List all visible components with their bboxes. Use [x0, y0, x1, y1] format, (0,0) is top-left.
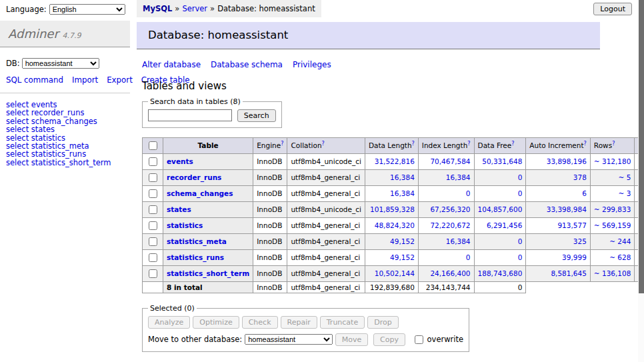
- column-help-link[interactable]: ?: [584, 141, 587, 147]
- data-length-value-link[interactable]: 10,502,144: [375, 269, 415, 277]
- row-checkbox[interactable]: [149, 253, 157, 262]
- auto-increment-value-link[interactable]: 8,581,645: [551, 269, 586, 277]
- data-free-value-link[interactable]: 0: [518, 173, 523, 181]
- drop-button[interactable]: Drop: [367, 316, 398, 329]
- truncate-button[interactable]: Truncate: [320, 316, 365, 329]
- index-length-value-link[interactable]: 0: [466, 253, 471, 261]
- rows-value-link[interactable]: ~ 569,159: [594, 221, 631, 229]
- collation-cell: utf8mb4_general_ci: [287, 185, 365, 201]
- sidebar-select-statistics-runs[interactable]: select statistics_runs: [6, 150, 130, 158]
- alter-database-link[interactable]: Alter database: [142, 60, 201, 69]
- sidebar-select-statistics-short-term[interactable]: select statistics_short_term: [6, 159, 130, 167]
- index-length-value-link[interactable]: 16,384: [446, 237, 471, 245]
- auto-increment-value-link[interactable]: 913,577: [557, 221, 586, 229]
- optimize-button[interactable]: Optimize: [193, 316, 239, 329]
- table-link-statistics[interactable]: statistics: [167, 221, 203, 229]
- table-link-statistics-meta[interactable]: statistics_meta: [167, 237, 227, 245]
- column-help: ?: [322, 141, 325, 147]
- row-checkbox[interactable]: [149, 189, 157, 198]
- move-button[interactable]: Move: [335, 333, 369, 346]
- search-input[interactable]: [148, 109, 232, 121]
- copy-button[interactable]: Copy: [373, 333, 405, 346]
- check-button[interactable]: Check: [242, 316, 278, 329]
- data-length-value-link[interactable]: 16,384: [390, 189, 415, 197]
- data-length-value-link[interactable]: 31,522,816: [375, 157, 415, 165]
- rows-value-link[interactable]: ~ 628: [609, 253, 631, 261]
- table-link-schema-changes[interactable]: schema_changes: [167, 189, 233, 197]
- index-length-value-link[interactable]: 0: [466, 189, 471, 197]
- db-select[interactable]: homeassistant: [22, 58, 99, 69]
- breadcrumb-link-mysql[interactable]: MySQL: [143, 4, 172, 13]
- row-checkbox[interactable]: [149, 157, 157, 166]
- sidebar-action-sql-command[interactable]: SQL command: [6, 75, 63, 85]
- column-help-link[interactable]: ?: [281, 141, 283, 147]
- rows-value-link[interactable]: ~ 3: [619, 189, 631, 197]
- index-length-value-link[interactable]: 67,256,320: [430, 205, 470, 213]
- sidebar-select-recorder-runs[interactable]: select recorder_runs: [6, 109, 130, 117]
- repair-button[interactable]: Repair: [281, 316, 317, 329]
- index-length-value-link[interactable]: 16,384: [446, 173, 471, 181]
- rows-value-link[interactable]: ~ 5: [619, 173, 631, 181]
- auto-increment-value-link[interactable]: 33,398,984: [547, 205, 587, 213]
- auto-increment-value-link[interactable]: 6: [582, 189, 587, 197]
- row-checkbox[interactable]: [149, 269, 157, 278]
- total-collation-cell: utf8mb4_general_ci: [287, 281, 365, 293]
- column-help-link[interactable]: ?: [612, 141, 615, 147]
- table-link-statistics-short-term[interactable]: statistics_short_term: [167, 269, 249, 277]
- total-data-length-cell: 192,839,680: [365, 281, 418, 293]
- data-free-value-link[interactable]: 0: [518, 189, 523, 197]
- data-free-cell: 0: [474, 185, 526, 201]
- table-name-cell: schema_changes: [163, 185, 253, 201]
- data-length-value-link[interactable]: 49,152: [390, 253, 415, 261]
- rows-value-link[interactable]: ~ 244: [609, 237, 631, 245]
- rows-value-link[interactable]: ~ 136,108: [594, 269, 631, 277]
- table-link-states[interactable]: states: [167, 205, 191, 213]
- data-length-value-link[interactable]: 101,859,328: [370, 205, 415, 213]
- vertical-scrollbar[interactable]: [638, 0, 644, 362]
- auto-increment-value-link[interactable]: 378: [573, 173, 587, 181]
- data-free-value-link[interactable]: 0: [518, 253, 523, 261]
- row-checkbox[interactable]: [149, 173, 157, 182]
- row-checkbox[interactable]: [149, 237, 157, 246]
- column-help-link[interactable]: ?: [412, 141, 415, 147]
- rows-value-link[interactable]: ~ 312,180: [594, 157, 631, 165]
- column-help-link[interactable]: ?: [467, 141, 470, 147]
- language-select[interactable]: English: [49, 4, 125, 15]
- select-all-checkbox[interactable]: [149, 141, 157, 150]
- data-free-value-link[interactable]: 188,743,680: [478, 269, 523, 277]
- sidebar-select-states[interactable]: select states: [6, 125, 130, 133]
- column-help-link[interactable]: ?: [511, 141, 514, 147]
- overwrite-checkbox[interactable]: [415, 335, 423, 344]
- table-link-statistics-runs[interactable]: statistics_runs: [167, 253, 224, 261]
- database-schema-link[interactable]: Database schema: [211, 60, 283, 69]
- row-checkbox[interactable]: [149, 205, 157, 214]
- sidebar-action-import[interactable]: Import: [72, 75, 98, 85]
- auto-increment-value-link[interactable]: 33,898,196: [547, 157, 587, 165]
- data-length-value-link[interactable]: 48,824,320: [375, 221, 415, 229]
- data-length-value-link[interactable]: 16,384: [390, 173, 415, 181]
- data-free-value-link[interactable]: 104,857,600: [478, 205, 523, 213]
- index-length-value-link[interactable]: 72,220,672: [430, 221, 470, 229]
- index-length-value-link[interactable]: 70,467,584: [430, 157, 470, 165]
- auto-increment-value-link[interactable]: 325: [573, 237, 587, 245]
- data-free-value-link[interactable]: 6,291,456: [487, 221, 522, 229]
- analyze-button[interactable]: Analyze: [148, 316, 190, 329]
- logout-button[interactable]: Logout: [593, 3, 632, 15]
- table-link-recorder-runs[interactable]: recorder_runs: [167, 173, 221, 181]
- table-link-events[interactable]: events: [167, 157, 193, 165]
- privileges-link[interactable]: Privileges: [293, 60, 331, 69]
- move-db-select[interactable]: homeassistant: [245, 334, 333, 345]
- column-help-link[interactable]: ?: [322, 141, 325, 147]
- scrollbar-thumb[interactable]: [639, 0, 644, 293]
- data-free-value-link[interactable]: 50,331,648: [482, 157, 522, 165]
- search-button[interactable]: Search: [237, 109, 276, 122]
- row-checkbox[interactable]: [149, 221, 157, 230]
- auto-increment-value-link[interactable]: 39,999: [562, 253, 587, 261]
- data-free-value-link[interactable]: 0: [518, 237, 523, 245]
- breadcrumb-link-server[interactable]: Server: [182, 4, 207, 13]
- index-length-value-link[interactable]: 24,166,400: [430, 269, 470, 277]
- column-help: ?: [584, 141, 587, 147]
- sidebar-action-export[interactable]: Export: [107, 75, 133, 85]
- rows-value-link[interactable]: ~ 299,833: [594, 205, 631, 213]
- data-length-value-link[interactable]: 49,152: [390, 237, 415, 245]
